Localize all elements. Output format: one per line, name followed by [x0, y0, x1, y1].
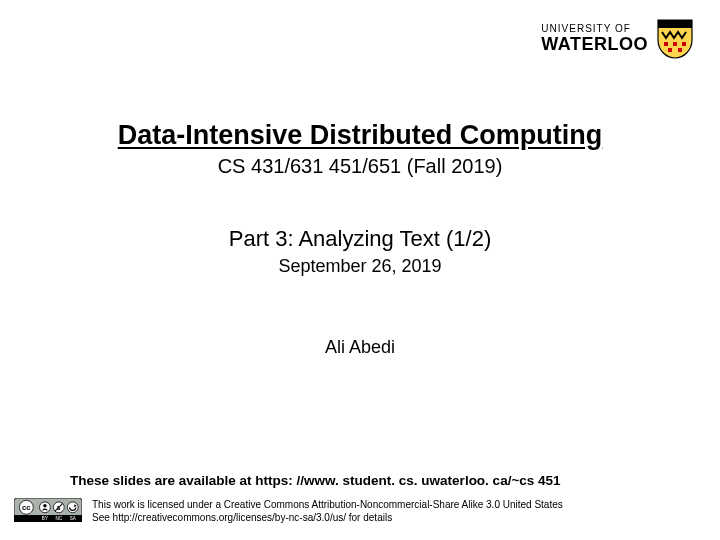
- slide-title: Data-Intensive Distributed Computing: [0, 120, 720, 151]
- license-line2: See http://creativecommons.org/licenses/…: [92, 511, 563, 524]
- cc-badge-icon: cc $ BY NC SA: [14, 498, 82, 522]
- university-logo-line2: WATERLOO: [541, 35, 648, 54]
- svg-point-10: [43, 504, 46, 507]
- author-name: Ali Abedi: [0, 337, 720, 358]
- cc-nc-label: NC: [55, 516, 62, 521]
- svg-text:cc: cc: [22, 503, 31, 512]
- availability-note: These slides are available at https: //w…: [70, 473, 706, 488]
- lecture-date: September 26, 2019: [0, 256, 720, 277]
- svg-rect-3: [668, 48, 672, 52]
- course-code: CS 431/631 451/651 (Fall 2019): [0, 155, 720, 178]
- university-logo-text: UNIVERSITY OF WATERLOO: [541, 24, 648, 53]
- license-row: cc $ BY NC SA This work is licensed unde…: [14, 498, 706, 524]
- cc-sa-label: SA: [70, 516, 77, 521]
- university-logo: UNIVERSITY OF WATERLOO: [541, 18, 694, 60]
- license-line1: This work is licensed under a Creative C…: [92, 498, 563, 511]
- svg-rect-1: [673, 42, 677, 46]
- svg-rect-0: [664, 42, 668, 46]
- part-heading: Part 3: Analyzing Text (1/2): [0, 226, 720, 252]
- slide-footer: These slides are available at https: //w…: [14, 473, 706, 524]
- svg-rect-4: [678, 48, 682, 52]
- shield-icon: [656, 18, 694, 60]
- cc-by-label: BY: [42, 516, 48, 521]
- svg-point-14: [67, 502, 78, 513]
- license-text: This work is licensed under a Creative C…: [92, 498, 563, 524]
- svg-rect-2: [682, 42, 686, 46]
- slide-content: Data-Intensive Distributed Computing CS …: [0, 120, 720, 358]
